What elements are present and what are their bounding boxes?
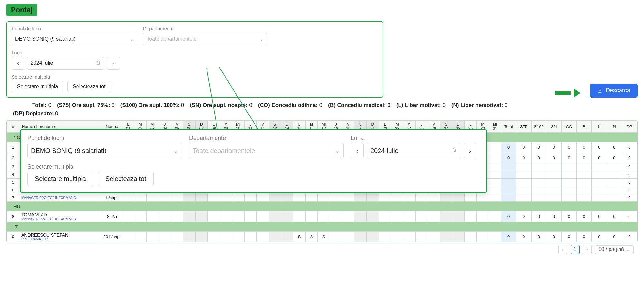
day-cell[interactable] bbox=[159, 211, 171, 222]
day-cell[interactable] bbox=[440, 231, 452, 242]
day-cell[interactable] bbox=[476, 211, 489, 222]
day-cell[interactable] bbox=[428, 194, 440, 202]
page-number[interactable]: 1 bbox=[571, 245, 580, 254]
day-cell[interactable] bbox=[428, 211, 440, 222]
day-cell[interactable] bbox=[354, 211, 367, 222]
employee-cell[interactable]: MANAGER PROIECT INFORMATIC bbox=[19, 194, 102, 202]
day-cell[interactable] bbox=[476, 231, 489, 242]
day-cell[interactable] bbox=[122, 211, 134, 222]
day-cell[interactable] bbox=[207, 211, 220, 222]
day-cell[interactable] bbox=[391, 231, 403, 242]
day-cell[interactable] bbox=[379, 231, 391, 242]
day-cell[interactable] bbox=[220, 194, 232, 202]
month-picker[interactable]: 2024 Iulie 🗓 bbox=[27, 57, 104, 70]
day-cell[interactable] bbox=[244, 211, 256, 222]
day-cell[interactable] bbox=[452, 231, 464, 242]
day-cell[interactable] bbox=[269, 211, 281, 222]
day-cell[interactable] bbox=[464, 194, 476, 202]
day-cell[interactable] bbox=[122, 194, 134, 202]
day-cell[interactable] bbox=[452, 211, 464, 222]
day-cell[interactable] bbox=[195, 211, 207, 222]
day-cell[interactable] bbox=[489, 142, 501, 153]
day-cell[interactable] bbox=[256, 231, 269, 242]
day-cell[interactable] bbox=[440, 194, 452, 202]
page-next-button[interactable]: › bbox=[583, 245, 592, 254]
day-cell[interactable] bbox=[293, 211, 305, 222]
day-cell[interactable] bbox=[342, 231, 354, 242]
descarca-button[interactable]: Descarca bbox=[590, 84, 638, 98]
day-cell[interactable] bbox=[183, 194, 196, 202]
selectare-multipla-button[interactable]: Selectare multipla bbox=[27, 172, 93, 186]
day-cell[interactable] bbox=[171, 194, 183, 202]
day-cell[interactable] bbox=[379, 194, 391, 202]
day-cell[interactable] bbox=[489, 171, 501, 179]
month-picker[interactable]: 2024 Iulie 🗓 bbox=[367, 143, 460, 158]
employee-cell[interactable]: ANDREESCU STEFANPROGRAMATOR bbox=[19, 231, 102, 242]
day-cell[interactable] bbox=[489, 153, 501, 163]
day-cell[interactable] bbox=[318, 194, 330, 202]
day-cell[interactable] bbox=[367, 194, 379, 202]
day-cell[interactable] bbox=[416, 194, 428, 202]
day-cell[interactable] bbox=[269, 231, 281, 242]
day-cell[interactable] bbox=[171, 231, 183, 242]
day-cell[interactable] bbox=[220, 211, 232, 222]
day-cell[interactable] bbox=[391, 194, 403, 202]
month-next-button[interactable]: › bbox=[464, 143, 476, 158]
departamente-select[interactable]: Toate departamentele ⌄ bbox=[143, 33, 267, 45]
day-cell[interactable] bbox=[232, 231, 244, 242]
month-prev-button[interactable]: ‹ bbox=[12, 57, 24, 70]
day-cell[interactable] bbox=[244, 194, 256, 202]
punct-de-lucru-select[interactable]: DEMO SONIQ (9 salariati) ⌄ bbox=[27, 143, 182, 158]
day-cell[interactable] bbox=[489, 231, 501, 242]
day-cell[interactable] bbox=[489, 211, 501, 222]
day-cell[interactable] bbox=[489, 179, 501, 186]
day-cell[interactable] bbox=[330, 194, 342, 202]
day-cell[interactable] bbox=[305, 194, 318, 202]
day-cell[interactable] bbox=[281, 211, 293, 222]
day-cell[interactable] bbox=[367, 211, 379, 222]
day-cell[interactable] bbox=[452, 194, 464, 202]
day-cell[interactable] bbox=[342, 211, 354, 222]
month-next-button[interactable]: › bbox=[107, 57, 120, 70]
day-cell[interactable] bbox=[232, 211, 244, 222]
day-cell[interactable] bbox=[464, 211, 476, 222]
day-cell[interactable] bbox=[195, 231, 207, 242]
day-cell[interactable] bbox=[342, 194, 354, 202]
day-cell[interactable] bbox=[134, 211, 147, 222]
day-cell[interactable] bbox=[244, 231, 256, 242]
day-cell[interactable] bbox=[134, 194, 147, 202]
day-cell[interactable] bbox=[428, 231, 440, 242]
day-cell[interactable] bbox=[195, 194, 207, 202]
day-cell[interactable]: S bbox=[318, 231, 330, 242]
day-cell[interactable] bbox=[207, 231, 220, 242]
day-cell[interactable] bbox=[489, 186, 501, 194]
day-cell[interactable] bbox=[207, 194, 220, 202]
day-cell[interactable] bbox=[403, 231, 416, 242]
day-cell[interactable]: S bbox=[305, 231, 318, 242]
day-cell[interactable] bbox=[403, 194, 416, 202]
day-cell[interactable] bbox=[122, 231, 134, 242]
day-cell[interactable] bbox=[147, 231, 159, 242]
day-cell[interactable] bbox=[416, 211, 428, 222]
day-cell[interactable] bbox=[232, 194, 244, 202]
day-cell[interactable] bbox=[147, 211, 159, 222]
selectare-multipla-button[interactable]: Selectare multipla bbox=[12, 81, 63, 92]
day-cell[interactable]: S bbox=[293, 231, 305, 242]
day-cell[interactable] bbox=[269, 194, 281, 202]
month-prev-button[interactable]: ‹ bbox=[351, 143, 364, 158]
page-prev-button[interactable]: ‹ bbox=[558, 245, 567, 254]
employee-cell[interactable]: TOMA VLADMANAGER PROIECT INFORMATIC bbox=[19, 211, 102, 222]
day-cell[interactable] bbox=[147, 194, 159, 202]
day-cell[interactable] bbox=[379, 211, 391, 222]
day-cell[interactable] bbox=[403, 211, 416, 222]
day-cell[interactable] bbox=[354, 194, 367, 202]
day-cell[interactable] bbox=[318, 211, 330, 222]
day-cell[interactable] bbox=[293, 194, 305, 202]
day-cell[interactable] bbox=[281, 194, 293, 202]
day-cell[interactable] bbox=[256, 211, 269, 222]
selecteaza-tot-button[interactable]: Selecteaza tot bbox=[67, 81, 111, 92]
day-cell[interactable] bbox=[220, 231, 232, 242]
day-cell[interactable] bbox=[391, 211, 403, 222]
day-cell[interactable] bbox=[330, 231, 342, 242]
day-cell[interactable] bbox=[489, 194, 501, 202]
